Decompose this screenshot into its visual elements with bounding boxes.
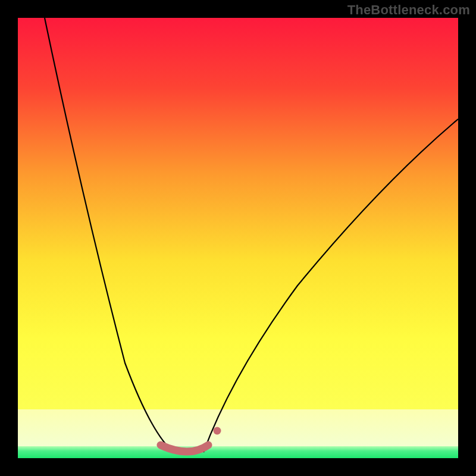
chart-frame [18,18,458,458]
right-extra-dot [214,427,221,435]
right-curve [203,119,458,452]
watermark-text: TheBottleneck.com [347,2,470,18]
curves-layer [18,18,458,458]
left-curve [45,18,174,452]
valley-floor-dots [161,445,208,452]
